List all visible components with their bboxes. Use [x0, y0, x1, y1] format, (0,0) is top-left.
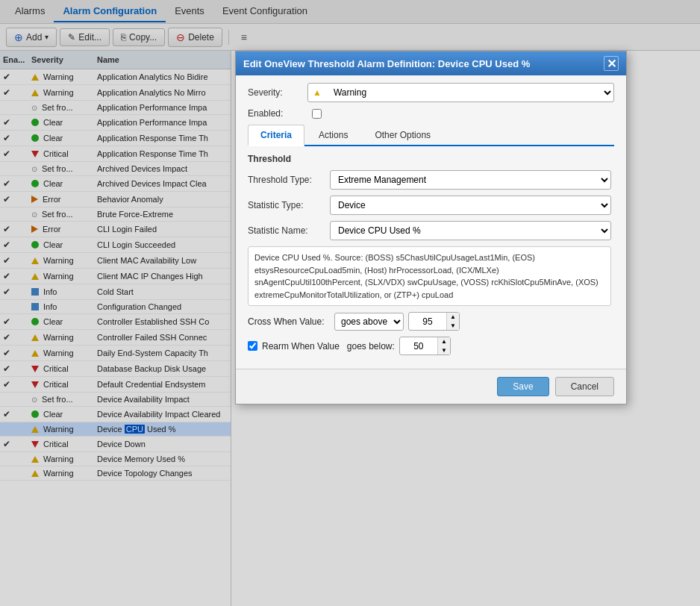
rearm-label: Rearm When Value [262, 341, 340, 352]
dialog-title: Edit OneView Threshold Alarm Definition:… [243, 58, 530, 69]
severity-field: ▲ Warning Critical Error Clear Info [307, 83, 614, 102]
dialog-titlebar: Edit OneView Threshold Alarm Definition:… [236, 51, 626, 75]
statistic-description: Device CPU Used %. Source: (BOSS) s5Chas… [248, 246, 611, 306]
dialog-tabs: Criteria Actions Other Options [248, 125, 614, 146]
severity-select[interactable]: Warning Critical Error Clear Info [326, 84, 613, 101]
tab-actions[interactable]: Actions [306, 125, 360, 145]
rearm-up-button[interactable]: ▲ [438, 337, 450, 346]
cross-when-row: Cross When Value: goes above goes below … [248, 312, 611, 331]
statistic-type-dropdown[interactable]: Device [330, 196, 611, 215]
severity-row: Severity: ▲ Warning Critical Error Clear… [248, 83, 614, 102]
rearm-row: Rearm When Value goes below: ▲ ▼ [248, 337, 611, 355]
threshold-type-control: Extreme Management [330, 170, 611, 190]
statistic-name-label: Statistic Name: [248, 225, 330, 236]
rearm-spinner-buttons: ▲ ▼ [437, 337, 450, 354]
rearm-down-button[interactable]: ▼ [438, 346, 450, 355]
statistic-name-dropdown[interactable]: Device CPU Used % [330, 221, 611, 240]
threshold-type-label: Threshold Type: [248, 175, 330, 185]
statistic-type-label: Statistic Type: [248, 200, 330, 210]
statistic-name-row: Statistic Name: Device CPU Used % [248, 221, 611, 240]
statistic-type-control: Device [330, 196, 611, 215]
dialog-footer: Save Cancel [236, 369, 626, 404]
rearm-checkbox[interactable] [248, 341, 257, 351]
cross-when-label: Cross When Value: [248, 316, 330, 327]
cross-up-button[interactable]: ▲ [447, 313, 459, 322]
statistic-type-select[interactable]: Device [331, 196, 610, 214]
tab-criteria[interactable]: Criteria [248, 125, 304, 146]
criteria-content: Threshold Threshold Type: Extreme Manage… [248, 154, 614, 361]
cross-spinner-buttons: ▲ ▼ [446, 313, 459, 330]
statistic-name-control: Device CPU Used % [330, 221, 611, 240]
enabled-label: Enabled: [248, 108, 307, 119]
severity-warn-icon: ▲ [308, 87, 326, 98]
rearm-direction: goes below: [347, 341, 395, 352]
enabled-checkbox[interactable] [312, 109, 322, 119]
cross-down-button[interactable]: ▼ [447, 322, 459, 331]
rearm-value-spinner: ▲ ▼ [399, 337, 451, 355]
statistic-name-select[interactable]: Device CPU Used % [331, 222, 610, 240]
cancel-button[interactable]: Cancel [555, 377, 614, 396]
rearm-value-input[interactable] [400, 339, 437, 354]
threshold-type-row: Threshold Type: Extreme Management [248, 170, 611, 190]
save-button[interactable]: Save [497, 377, 549, 396]
cross-value-input[interactable] [409, 314, 446, 329]
section-threshold-title: Threshold [248, 154, 611, 164]
enabled-row: Enabled: [248, 108, 614, 119]
threshold-type-select[interactable]: Extreme Management [331, 171, 610, 189]
cross-direction-select[interactable]: goes above goes below [334, 313, 404, 331]
dialog-body: Severity: ▲ Warning Critical Error Clear… [236, 75, 626, 369]
edit-dialog: Edit OneView Threshold Alarm Definition:… [235, 51, 627, 404]
tab-other-options[interactable]: Other Options [362, 125, 443, 145]
severity-dropdown[interactable]: ▲ Warning Critical Error Clear Info [307, 83, 614, 102]
severity-label: Severity: [248, 87, 307, 98]
statistic-type-row: Statistic Type: Device [248, 196, 611, 215]
cross-value-spinner: ▲ ▼ [408, 312, 460, 331]
threshold-type-dropdown[interactable]: Extreme Management [330, 170, 611, 190]
close-icon[interactable]: ✕ [604, 56, 619, 71]
